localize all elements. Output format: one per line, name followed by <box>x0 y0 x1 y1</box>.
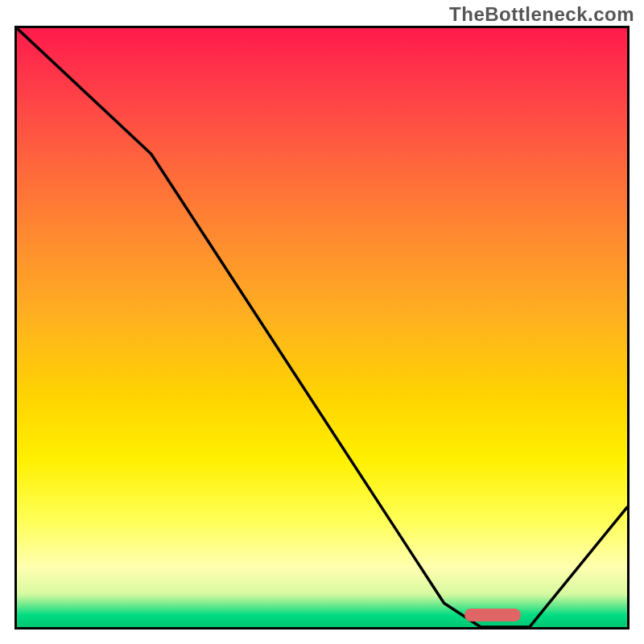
curve-path <box>17 28 627 627</box>
plot-frame <box>14 26 630 630</box>
curve-line <box>17 28 627 627</box>
watermark-text: TheBottleneck.com <box>449 3 634 26</box>
chart-root: TheBottleneck.com <box>0 0 644 644</box>
highlight-marker <box>464 609 521 621</box>
